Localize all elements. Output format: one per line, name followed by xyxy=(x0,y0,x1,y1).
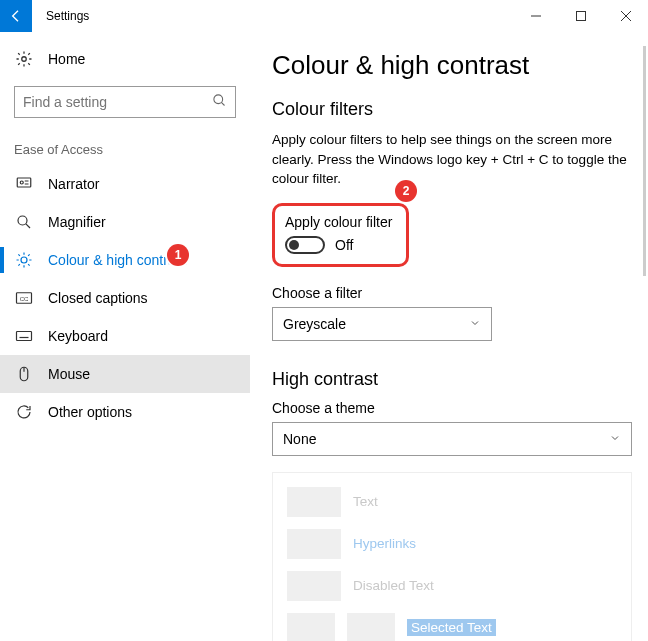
maximize-icon xyxy=(576,11,586,21)
svg-rect-1 xyxy=(576,12,585,21)
toggle-state-text: Off xyxy=(335,237,353,253)
main-panel: Colour & high contrast Colour filters Ap… xyxy=(250,32,648,641)
preview-row-disabled: Disabled Text xyxy=(287,571,617,601)
sidebar-item-label: Home xyxy=(48,51,85,67)
back-button[interactable] xyxy=(0,0,32,32)
refresh-icon xyxy=(14,403,34,421)
svg-point-4 xyxy=(22,57,27,62)
preview-row-selected: Selected Text xyxy=(287,613,617,641)
cc-icon: CC xyxy=(14,289,34,307)
svg-rect-7 xyxy=(17,178,31,187)
theme-select[interactable]: None xyxy=(272,422,632,456)
svg-point-5 xyxy=(214,94,223,103)
page-title: Colour & high contrast xyxy=(272,50,628,81)
colour-filters-description: Apply colour filters to help see things … xyxy=(272,130,628,189)
sidebar-item-home[interactable]: Home xyxy=(0,40,250,78)
minimize-button[interactable] xyxy=(513,0,558,32)
sidebar-item-closed-captions[interactable]: CC Closed captions xyxy=(0,279,250,317)
minimize-icon xyxy=(531,11,541,21)
sidebar-item-label: Closed captions xyxy=(48,290,148,306)
sidebar-item-label: Colour & high contrast xyxy=(48,252,187,268)
svg-line-6 xyxy=(221,102,224,105)
sidebar-section-label: Ease of Access xyxy=(0,132,250,165)
apply-colour-filter-group: Apply colour filter Off xyxy=(272,203,409,267)
theme-select-value: None xyxy=(283,431,316,447)
filter-select[interactable]: Greyscale xyxy=(272,307,492,341)
apply-colour-filter-toggle[interactable] xyxy=(285,236,325,254)
sidebar-item-label: Keyboard xyxy=(48,328,108,344)
mouse-icon xyxy=(14,365,34,383)
maximize-button[interactable] xyxy=(558,0,603,32)
gear-icon xyxy=(14,50,34,68)
search-input[interactable] xyxy=(14,86,236,118)
window-title: Settings xyxy=(46,9,513,23)
preview-swatch xyxy=(287,613,335,641)
chevron-down-icon xyxy=(469,316,481,332)
preview-label-text: Text xyxy=(353,494,378,509)
narrator-icon xyxy=(14,175,34,193)
sidebar-item-keyboard[interactable]: Keyboard xyxy=(0,317,250,355)
preview-swatch xyxy=(347,613,395,641)
sidebar-item-label: Mouse xyxy=(48,366,90,382)
filter-select-value: Greyscale xyxy=(283,316,346,332)
sidebar: Home Ease of Access Narrator Magnifier C… xyxy=(0,32,250,641)
theme-preview: Text Hyperlinks Disabled Text Selected T… xyxy=(272,472,632,641)
choose-theme-label: Choose a theme xyxy=(272,400,628,416)
apply-colour-filter-label: Apply colour filter xyxy=(285,214,392,230)
svg-text:CC: CC xyxy=(20,296,29,302)
sidebar-item-label: Magnifier xyxy=(48,214,106,230)
preview-row-hyperlinks: Hyperlinks xyxy=(287,529,617,559)
annotation-badge-1: 1 xyxy=(167,244,189,266)
arrow-left-icon xyxy=(8,8,24,24)
svg-point-9 xyxy=(18,216,27,225)
sidebar-item-colour-high-contrast[interactable]: Colour & high contrast xyxy=(0,241,250,279)
search-field[interactable] xyxy=(23,94,212,110)
section-high-contrast: High contrast xyxy=(272,369,628,390)
preview-swatch xyxy=(287,529,341,559)
svg-rect-14 xyxy=(17,332,32,341)
close-button[interactable] xyxy=(603,0,648,32)
brightness-icon xyxy=(14,251,34,269)
sidebar-item-label: Narrator xyxy=(48,176,99,192)
svg-point-8 xyxy=(20,181,23,184)
sidebar-item-narrator[interactable]: Narrator xyxy=(0,165,250,203)
preview-label-hyperlinks: Hyperlinks xyxy=(353,536,416,551)
preview-swatch xyxy=(287,571,341,601)
svg-line-10 xyxy=(26,224,30,228)
preview-label-disabled: Disabled Text xyxy=(353,578,434,593)
svg-point-11 xyxy=(21,257,27,263)
sidebar-item-other-options[interactable]: Other options xyxy=(0,393,250,431)
sidebar-item-magnifier[interactable]: Magnifier xyxy=(0,203,250,241)
chevron-down-icon xyxy=(609,431,621,447)
preview-label-selected: Selected Text xyxy=(407,619,496,636)
close-icon xyxy=(621,11,631,21)
annotation-badge-2: 2 xyxy=(395,180,417,202)
search-icon xyxy=(212,93,227,112)
sidebar-item-mouse[interactable]: Mouse xyxy=(0,355,250,393)
keyboard-icon xyxy=(14,327,34,345)
preview-swatch xyxy=(287,487,341,517)
sidebar-item-label: Other options xyxy=(48,404,132,420)
scrollbar[interactable] xyxy=(643,46,646,276)
section-colour-filters: Colour filters xyxy=(272,99,628,120)
titlebar: Settings xyxy=(0,0,648,32)
magnifier-icon xyxy=(14,213,34,231)
choose-filter-label: Choose a filter xyxy=(272,285,628,301)
preview-row-text: Text xyxy=(287,487,617,517)
